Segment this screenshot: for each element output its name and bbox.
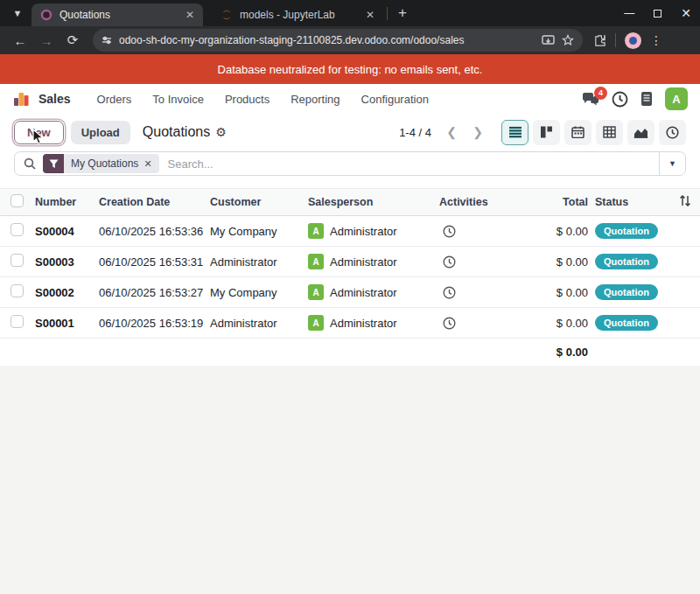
view-calendar-icon[interactable] — [564, 120, 592, 145]
forward-icon[interactable]: → — [35, 29, 58, 52]
menu-products[interactable]: Products — [216, 87, 278, 111]
optional-columns-icon[interactable] — [674, 195, 700, 209]
facet-remove-icon[interactable]: ✕ — [144, 158, 151, 170]
browser-titlebar: ▼ Quotations ✕ models - JupyterLab ✕ + —… — [0, 0, 700, 26]
search-box[interactable]: My Quotations ✕ ▼ — [14, 151, 686, 176]
odoo-navbar: Sales Orders To Invoice Products Reporti… — [0, 84, 700, 114]
tab-search-chevron-icon[interactable]: ▼ — [7, 3, 28, 24]
menu-to-invoice[interactable]: To Invoice — [144, 87, 213, 111]
odoo-favicon-icon — [40, 9, 52, 21]
row-salesperson: A Administrator — [308, 284, 439, 300]
col-customer[interactable]: Customer — [210, 196, 308, 208]
view-gear-icon[interactable]: ⚙ — [215, 125, 227, 139]
menu-reporting[interactable]: Reporting — [282, 87, 348, 111]
row-customer: Administrator — [210, 255, 308, 269]
search-dropdown-caret-icon[interactable]: ▼ — [659, 152, 685, 175]
neutralized-banner: Database neutralized for testing: no ema… — [0, 54, 700, 84]
view-graph-icon[interactable] — [627, 120, 654, 145]
col-total[interactable]: Total — [516, 196, 588, 208]
install-app-icon[interactable] — [542, 35, 555, 46]
tab-divider — [387, 7, 388, 20]
page-title: Quotations — [143, 124, 210, 140]
app-name[interactable]: Sales — [38, 92, 71, 106]
schedule-activity-clock-icon[interactable] — [439, 225, 456, 238]
schedule-activity-clock-icon[interactable] — [439, 255, 456, 269]
pager-and-views: 1-4 / 4 ❮ ❯ — [399, 120, 686, 145]
row-customer: My Company — [210, 286, 308, 299]
back-icon[interactable]: ← — [9, 29, 32, 52]
search-input[interactable] — [168, 157, 659, 171]
browser-menu-kebab-icon[interactable]: ⋮ — [650, 33, 662, 47]
view-kanban-icon[interactable] — [533, 120, 560, 145]
salesperson-avatar: A — [308, 254, 324, 269]
reload-icon[interactable]: ⟳ — [61, 29, 84, 52]
empty-area — [0, 366, 700, 594]
salesperson-avatar: A — [308, 223, 324, 239]
systray: 4 A — [582, 87, 688, 110]
col-creation-date[interactable]: Creation Date — [99, 196, 210, 208]
view-pivot-icon[interactable] — [596, 120, 623, 145]
menu-configuration[interactable]: Configuration — [353, 87, 438, 111]
col-status[interactable]: Status — [588, 196, 674, 208]
tab-close-icon[interactable]: ✕ — [184, 9, 196, 21]
salesperson-name: Administrator — [330, 286, 397, 299]
window-close-icon[interactable]: ✕ — [681, 6, 691, 20]
list-header: Number Creation Date Customer Salesperso… — [0, 188, 700, 216]
tab-title: Quotations — [60, 9, 177, 21]
schedule-activity-clock-icon[interactable] — [439, 286, 456, 299]
row-customer: My Company — [210, 225, 308, 238]
row-checkbox[interactable] — [0, 254, 35, 269]
window-maximize-icon[interactable] — [654, 10, 662, 17]
pager-previous-icon[interactable]: ❮ — [440, 121, 463, 143]
footer-total-sum: $ 0.00 — [516, 346, 588, 359]
select-all-checkbox[interactable] — [0, 194, 35, 210]
status-badge: Quotation — [595, 284, 658, 300]
table-row[interactable]: S00003 06/10/2025 16:53:31 Administrator… — [0, 247, 700, 277]
upload-button[interactable]: Upload — [71, 121, 130, 144]
address-bar[interactable]: odoo-sh-doc-my-organization-staging-2110… — [93, 29, 583, 52]
tab-title: models - JupyterLab — [240, 9, 357, 21]
view-activity-icon[interactable] — [659, 120, 686, 145]
row-date: 06/10/2025 16:53:19 — [99, 317, 210, 330]
mobile-device-icon[interactable] — [640, 91, 653, 107]
user-avatar[interactable]: A — [665, 87, 688, 110]
new-tab-button[interactable]: + — [391, 2, 414, 24]
browser-tab-jupyterlab[interactable]: models - JupyterLab ✕ — [212, 3, 383, 26]
view-switcher — [501, 120, 686, 145]
messages-icon[interactable]: 4 — [582, 92, 599, 107]
site-info-icon[interactable] — [102, 35, 112, 45]
row-date: 06/10/2025 16:53:36 — [99, 225, 210, 238]
bookmark-star-icon[interactable] — [562, 34, 574, 46]
window-minimize-icon[interactable]: — — [624, 7, 634, 19]
browser-tab-quotations[interactable]: Quotations ✕ — [32, 3, 203, 26]
toolbar-separator — [615, 33, 616, 47]
salesperson-name: Administrator — [330, 317, 397, 330]
row-checkbox[interactable] — [0, 223, 35, 239]
banner-text: Database neutralized for testing: no ema… — [218, 63, 483, 76]
row-total: $ 0.00 — [516, 225, 588, 238]
row-checkbox[interactable] — [0, 284, 35, 300]
schedule-activity-clock-icon[interactable] — [439, 317, 456, 330]
window-controls: — ✕ — [624, 0, 691, 26]
col-number[interactable]: Number — [35, 196, 99, 208]
filter-facet-my-quotations[interactable]: My Quotations ✕ — [43, 154, 159, 173]
view-list-icon[interactable] — [501, 120, 528, 145]
row-total: $ 0.00 — [516, 317, 588, 330]
menu-orders[interactable]: Orders — [88, 87, 141, 111]
row-number: S00002 — [35, 286, 99, 299]
tab-close-icon[interactable]: ✕ — [364, 9, 376, 21]
sales-app-icon[interactable] — [12, 90, 30, 108]
row-date: 06/10/2025 16:53:27 — [99, 286, 210, 299]
row-checkbox[interactable] — [0, 315, 35, 331]
table-row[interactable]: S00002 06/10/2025 16:53:27 My Company A … — [0, 277, 700, 308]
toolbar-right: ⋮ — [593, 32, 662, 49]
table-row[interactable]: S00004 06/10/2025 16:53:36 My Company A … — [0, 216, 700, 247]
new-button[interactable]: New — [14, 121, 64, 144]
browser-profile-avatar[interactable] — [625, 32, 641, 49]
col-salesperson[interactable]: Salesperson — [308, 196, 439, 208]
pager-next-icon[interactable]: ❯ — [466, 121, 489, 143]
col-activities[interactable]: Activities — [439, 196, 516, 208]
extensions-puzzle-icon[interactable] — [593, 34, 606, 47]
activities-clock-icon[interactable] — [612, 91, 628, 108]
table-row[interactable]: S00001 06/10/2025 16:53:19 Administrator… — [0, 308, 700, 339]
